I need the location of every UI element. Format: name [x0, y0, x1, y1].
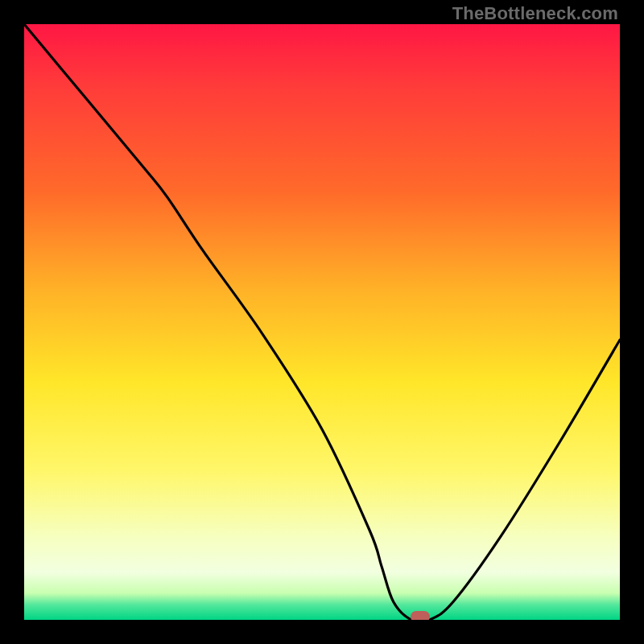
plot-area: [24, 24, 620, 620]
chart-frame: TheBottleneck.com: [0, 0, 644, 644]
optimal-marker: [411, 611, 430, 620]
bottleneck-curve: [24, 24, 620, 620]
watermark-text: TheBottleneck.com: [452, 3, 618, 24]
